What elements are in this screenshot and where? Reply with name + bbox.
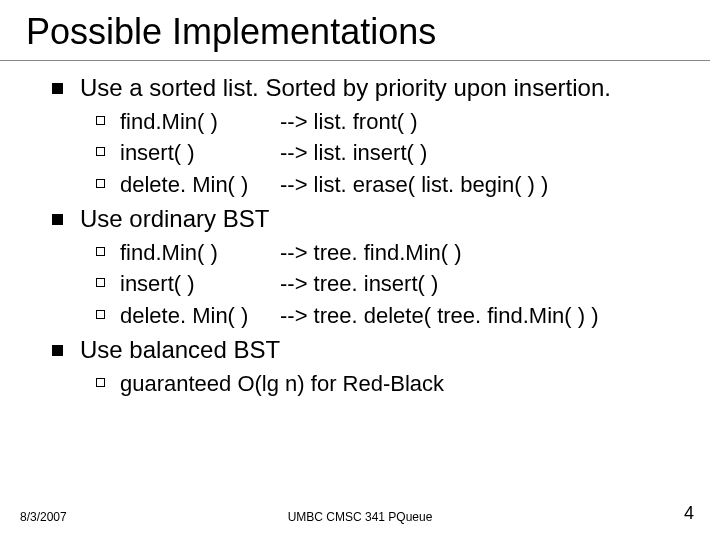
map-label: --> tree. delete( tree. find.Min( ) ) bbox=[280, 301, 599, 331]
list-item: guaranteed O(lg n) for Red-Black bbox=[92, 369, 710, 399]
map-label: --> list. erase( list. begin( ) ) bbox=[280, 170, 548, 200]
single-label: guaranteed O(lg n) for Red-Black bbox=[120, 369, 444, 399]
map-label: --> list. insert( ) bbox=[280, 138, 427, 168]
op-label: insert( ) bbox=[120, 269, 280, 299]
sub-sorted-list: find.Min( ) --> list. front( ) insert( )… bbox=[92, 107, 710, 200]
footer-page-number: 4 bbox=[684, 503, 694, 524]
sub-balanced-bst: guaranteed O(lg n) for Red-Black bbox=[92, 369, 710, 399]
map-label: --> tree. find.Min( ) bbox=[280, 238, 462, 268]
bullet-sorted-list: Use a sorted list. Sorted by priority up… bbox=[46, 73, 710, 103]
bullet-balanced-bst: Use balanced BST bbox=[46, 335, 710, 365]
sub-ordinary-bst: find.Min( ) --> tree. find.Min( ) insert… bbox=[92, 238, 710, 331]
op-label: insert( ) bbox=[120, 138, 280, 168]
list-item: delete. Min( ) --> tree. delete( tree. f… bbox=[92, 301, 710, 331]
op-label: delete. Min( ) bbox=[120, 170, 280, 200]
footer-center: UMBC CMSC 341 PQueue bbox=[0, 510, 720, 524]
slide-body: Use a sorted list. Sorted by priority up… bbox=[0, 61, 720, 399]
op-label: find.Min( ) bbox=[120, 238, 280, 268]
slide-title: Possible Implementations bbox=[26, 12, 710, 52]
list-item: insert( ) --> tree. insert( ) bbox=[92, 269, 710, 299]
title-wrap: Possible Implementations bbox=[0, 0, 710, 61]
list-item: insert( ) --> list. insert( ) bbox=[92, 138, 710, 168]
op-label: delete. Min( ) bbox=[120, 301, 280, 331]
list-item: find.Min( ) --> tree. find.Min( ) bbox=[92, 238, 710, 268]
list-item: delete. Min( ) --> list. erase( list. be… bbox=[92, 170, 710, 200]
map-label: --> tree. insert( ) bbox=[280, 269, 438, 299]
bullet-ordinary-bst: Use ordinary BST bbox=[46, 204, 710, 234]
map-label: --> list. front( ) bbox=[280, 107, 418, 137]
op-label: find.Min( ) bbox=[120, 107, 280, 137]
slide: Possible Implementations Use a sorted li… bbox=[0, 0, 720, 540]
list-item: find.Min( ) --> list. front( ) bbox=[92, 107, 710, 137]
